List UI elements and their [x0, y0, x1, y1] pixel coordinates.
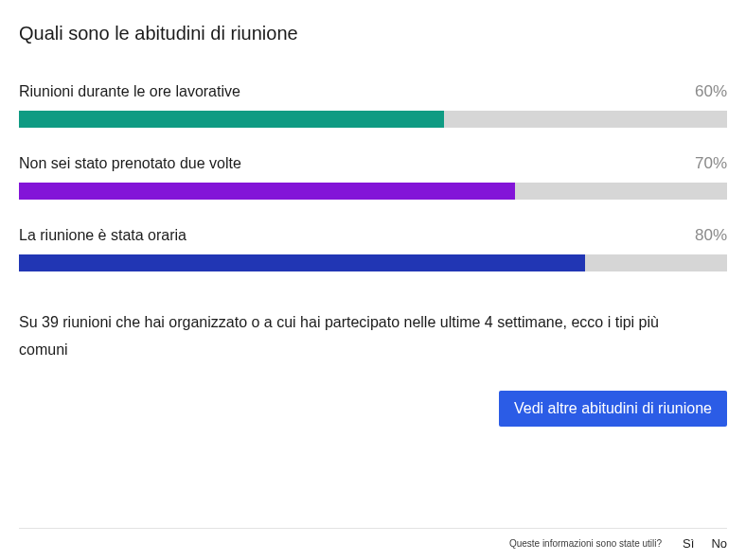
bar-row-2: La riunione è stata oraria 80%	[19, 226, 727, 271]
bar-value: 80%	[695, 226, 727, 245]
bar-row-0: Riunioni durante le ore lavorative 60%	[19, 82, 727, 128]
bar-fill	[19, 254, 585, 271]
feedback-bar: Queste informazioni sono state utili? Sì…	[19, 528, 727, 551]
feedback-yes-button[interactable]: Sì	[683, 536, 694, 551]
bar-value: 60%	[695, 82, 727, 101]
feedback-prompt: Queste informazioni sono state utili?	[509, 538, 662, 549]
bar-row-1: Non sei stato prenotato due volte 70%	[19, 154, 727, 200]
bar-label: Riunioni durante le ore lavorative	[19, 83, 240, 100]
bar-label: La riunione è stata oraria	[19, 227, 186, 244]
bar-track	[19, 183, 727, 200]
feedback-no-button[interactable]: No	[711, 536, 727, 551]
see-more-habits-button[interactable]: Vedi altre abitudini di riunione	[499, 391, 727, 427]
bar-track	[19, 254, 727, 271]
bar-fill	[19, 183, 515, 200]
bar-track	[19, 111, 727, 128]
bar-label: Non sei stato prenotato due volte	[19, 155, 241, 172]
summary-text: Su 39 riunioni che hai organizzato o a c…	[19, 309, 682, 364]
bar-fill	[19, 111, 444, 128]
page-title: Quali sono le abitudini di riunione	[19, 23, 727, 44]
bar-value: 70%	[695, 154, 727, 173]
